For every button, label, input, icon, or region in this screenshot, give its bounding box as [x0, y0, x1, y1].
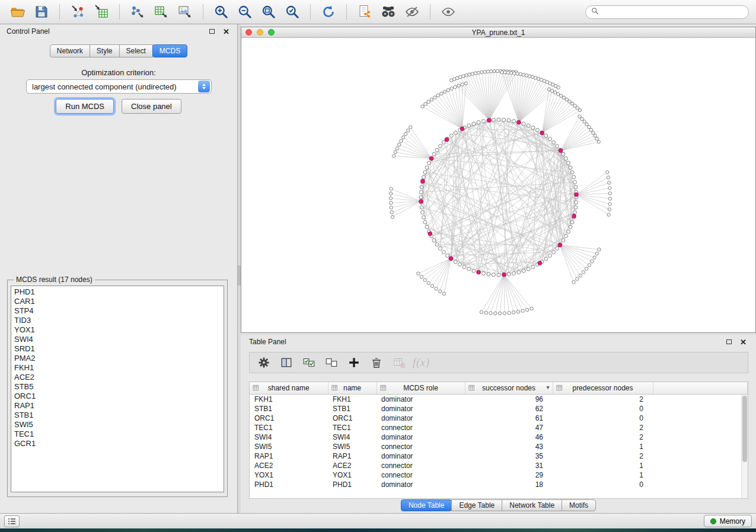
mcds-result-item[interactable]: ACE2 [11, 373, 224, 382]
criterion-dropdown[interactable]: largest connected component (undirected) [26, 79, 212, 94]
cell-name[interactable]: ACE2 [328, 461, 377, 470]
mcds-result-item[interactable]: SWI4 [11, 335, 224, 344]
cell-shared-name[interactable]: PHD1 [250, 480, 328, 489]
window-close-icon[interactable] [245, 29, 252, 36]
table-row[interactable]: SWI4SWI4dominator462 [250, 432, 748, 442]
cell-name[interactable]: YOX1 [328, 470, 377, 480]
cell-successor-nodes[interactable]: 31 [465, 461, 553, 470]
cell-predecessor-nodes[interactable]: 2 [553, 395, 653, 404]
mcds-result-item[interactable]: CAR1 [11, 297, 224, 306]
mcds-result-item[interactable]: STP4 [11, 306, 224, 316]
tab-edge-table[interactable]: Edge Table [451, 499, 502, 511]
cell-mcds-role[interactable]: dominator [377, 432, 465, 442]
sort-caret-icon[interactable]: ▾ [546, 384, 549, 390]
refresh-network-icon[interactable] [318, 2, 339, 21]
mcds-result-item[interactable]: TID3 [11, 316, 224, 325]
mcds-result-item[interactable]: FKH1 [11, 363, 224, 373]
select-all-rows-icon[interactable] [299, 354, 318, 371]
table-row[interactable]: STB1STB1dominator620 [250, 404, 748, 414]
cell-predecessor-nodes[interactable]: 2 [553, 432, 653, 442]
cell-shared-name[interactable]: YOX1 [250, 470, 328, 480]
cell-shared-name[interactable]: ACE2 [250, 461, 328, 470]
tab-mcds[interactable]: MCDS [152, 44, 187, 57]
cell-shared-name[interactable]: FKH1 [250, 395, 328, 404]
cell-mcds-role[interactable]: dominator [377, 414, 465, 423]
mcds-result-item[interactable]: PHD1 [11, 287, 224, 297]
cell-mcds-role[interactable]: dominator [377, 480, 465, 489]
mcds-result-item[interactable]: SWI5 [11, 420, 224, 430]
cell-mcds-role[interactable]: connector [377, 470, 465, 480]
table-settings-gear-icon[interactable] [254, 354, 273, 371]
cell-predecessor-nodes[interactable]: 1 [553, 442, 653, 451]
cell-predecessor-nodes[interactable]: 0 [553, 404, 653, 414]
cell-name[interactable]: SWI5 [328, 442, 377, 451]
cell-predecessor-nodes[interactable]: 0 [553, 414, 653, 423]
table-row[interactable]: YOX1YOX1connector291 [250, 470, 748, 480]
table-row[interactable]: FKH1FKH1dominator962 [250, 395, 748, 404]
zoom-fit-icon[interactable] [258, 2, 279, 21]
network-canvas[interactable] [241, 39, 755, 332]
run-mcds-button[interactable]: Run MCDS [56, 99, 114, 114]
cell-successor-nodes[interactable]: 29 [465, 470, 553, 480]
tab-style[interactable]: Style [90, 44, 120, 57]
column-header-shared-name[interactable]: shared name [250, 382, 328, 395]
scrollbar-thumb[interactable] [742, 396, 747, 462]
mcds-result-item[interactable]: RAP1 [11, 401, 224, 411]
table-row[interactable]: ORC1ORC1dominator610 [250, 414, 748, 423]
mcds-result-item[interactable]: STB5 [11, 382, 224, 392]
cell-name[interactable]: FKH1 [328, 395, 377, 404]
cell-shared-name[interactable]: SWI4 [250, 432, 328, 442]
show-details-icon[interactable] [438, 2, 459, 21]
save-session-icon[interactable] [31, 2, 52, 21]
table-row[interactable]: ACE2ACE2connector311 [250, 461, 748, 470]
cell-mcds-role[interactable]: connector [377, 423, 465, 432]
control-panel-close-button[interactable]: ✕ [222, 27, 231, 36]
tab-network[interactable]: Network [50, 44, 90, 57]
export-network-icon[interactable] [127, 2, 148, 21]
mcds-result-item[interactable]: YOX1 [11, 325, 224, 335]
table-row[interactable]: RAP1RAP1dominator352 [250, 451, 748, 461]
mcds-result-item[interactable]: STB1 [11, 411, 224, 420]
tab-select[interactable]: Select [119, 44, 153, 57]
delete-column-icon[interactable] [367, 354, 385, 371]
cell-predecessor-nodes[interactable]: 2 [553, 451, 653, 461]
column-header-name[interactable]: name [328, 382, 377, 395]
memory-button[interactable]: Memory [704, 515, 752, 527]
column-header-predecessor-nodes[interactable]: predecessor nodes [553, 382, 653, 395]
import-table-icon[interactable] [91, 2, 112, 21]
cell-mcds-role[interactable]: dominator [377, 404, 465, 414]
mcds-result-item[interactable]: ORC1 [11, 392, 224, 401]
cell-name[interactable]: RAP1 [328, 451, 377, 461]
window-maximize-icon[interactable] [268, 29, 275, 36]
cell-shared-name[interactable]: RAP1 [250, 451, 328, 461]
search-box[interactable] [585, 5, 749, 19]
deselect-all-rows-icon[interactable] [322, 354, 340, 371]
cell-successor-nodes[interactable]: 61 [465, 414, 553, 423]
zoom-selected-icon[interactable] [282, 2, 303, 21]
table-row[interactable]: SWI5SWI5connector431 [250, 442, 748, 451]
window-minimize-icon[interactable] [257, 29, 263, 36]
cell-successor-nodes[interactable]: 18 [465, 480, 553, 489]
close-mcds-panel-button[interactable]: Close panel [122, 99, 181, 114]
export-image-icon[interactable] [174, 2, 196, 21]
export-table-icon[interactable] [151, 2, 172, 21]
share-document-icon[interactable] [354, 2, 375, 21]
find-binoculars-icon[interactable] [378, 2, 399, 21]
cell-name[interactable]: STB1 [328, 404, 377, 414]
zoom-out-icon[interactable] [234, 2, 256, 21]
table-row[interactable]: PHD1PHD1dominator180 [250, 480, 748, 489]
mcds-result-item[interactable]: GCR1 [11, 439, 224, 448]
cell-successor-nodes[interactable]: 62 [465, 404, 553, 414]
cell-successor-nodes[interactable]: 46 [465, 432, 553, 442]
cell-name[interactable]: PHD1 [328, 480, 377, 489]
cell-shared-name[interactable]: TEC1 [250, 423, 328, 432]
tab-network-table[interactable]: Network Table [502, 499, 562, 511]
import-network-icon[interactable] [67, 2, 88, 21]
cell-name[interactable]: TEC1 [328, 423, 377, 432]
control-panel-float-button[interactable] [208, 27, 216, 36]
column-header-successor-nodes[interactable]: successor nodes▾ [465, 382, 553, 395]
cell-predecessor-nodes[interactable]: 1 [553, 461, 653, 470]
hide-details-icon[interactable] [401, 2, 423, 21]
show-columns-icon[interactable] [277, 354, 295, 371]
tab-motifs[interactable]: Motifs [562, 499, 596, 511]
